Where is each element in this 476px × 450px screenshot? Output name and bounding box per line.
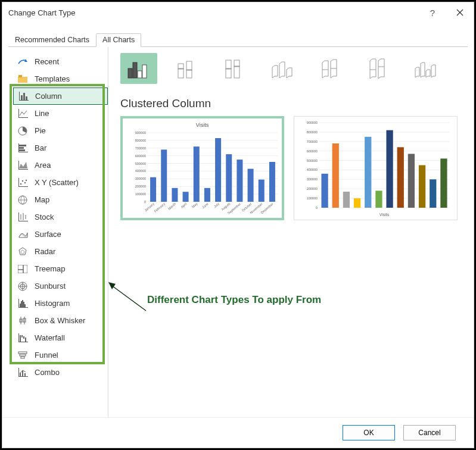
- sidebar-item-stock[interactable]: Stock: [13, 208, 108, 226]
- svg-text:May: May: [191, 202, 198, 208]
- sidebar-item-waterfall[interactable]: Waterfall: [13, 329, 108, 346]
- sidebar-item-label: Sunburst: [35, 282, 66, 290]
- preview1-chart-icon: 0100000200000300000400000500000600000700…: [126, 130, 280, 218]
- svg-rect-51: [23, 302, 24, 307]
- preview-chart-2[interactable]: 0100000200000300000400000500000600000700…: [294, 116, 458, 220]
- map-icon: [17, 194, 29, 206]
- svg-text:500000: 500000: [135, 162, 146, 165]
- preview2-chart-icon: 0100000200000300000400000500000600000700…: [298, 120, 452, 218]
- subtype-3d-clustered-column[interactable]: [263, 53, 300, 84]
- close-button[interactable]: [446, 2, 474, 23]
- svg-text:400000: 400000: [307, 168, 318, 171]
- svg-rect-152: [332, 143, 339, 208]
- cancel-button[interactable]: Cancel: [403, 425, 456, 440]
- sidebar-item-treemap[interactable]: Treemap: [13, 260, 108, 277]
- svg-text:700000: 700000: [307, 140, 318, 143]
- sidebar-item-label: Box & Whisker: [35, 316, 85, 325]
- subtype-thumbs: [120, 53, 462, 84]
- svg-text:600000: 600000: [307, 149, 318, 153]
- footer: OK Cancel: [2, 417, 474, 448]
- sidebar-item-area[interactable]: Area: [13, 157, 108, 174]
- svg-text:June: June: [201, 202, 209, 209]
- svg-rect-15: [18, 143, 19, 152]
- svg-rect-119: [215, 138, 221, 202]
- svg-rect-69: [22, 371, 23, 376]
- svg-text:Visits: Visits: [379, 212, 390, 217]
- svg-rect-39: [18, 265, 23, 270]
- svg-rect-155: [365, 137, 371, 208]
- svg-rect-6: [18, 75, 22, 77]
- sidebar-item-histogram[interactable]: Histogram: [13, 295, 108, 312]
- svg-text:200000: 200000: [307, 187, 318, 190]
- bar-icon: [17, 142, 29, 154]
- sunburst-icon: [17, 280, 29, 292]
- sidebar-item-recent[interactable]: Recent: [13, 53, 108, 70]
- sidebar-item-label: X Y (Scatter): [35, 178, 79, 187]
- svg-rect-156: [375, 190, 382, 208]
- subtype-100-stacked-column[interactable]: [216, 53, 253, 84]
- histogram-icon: [17, 298, 29, 310]
- column-icon: [17, 90, 29, 102]
- subtype-3d-100-stacked-column[interactable]: [359, 53, 396, 84]
- close-icon: [456, 9, 463, 16]
- combo-icon: [17, 367, 29, 379]
- svg-rect-59: [20, 335, 21, 342]
- svg-rect-13: [18, 117, 28, 118]
- funnel-icon: [17, 349, 29, 361]
- tab-all-charts[interactable]: All Charts: [96, 33, 141, 47]
- svg-rect-52: [24, 304, 26, 307]
- svg-rect-161: [430, 179, 436, 208]
- subtype-stacked-column[interactable]: [168, 53, 205, 84]
- sidebar-item-combo[interactable]: Combo: [13, 364, 108, 381]
- sidebar-item-radar[interactable]: Radar: [13, 243, 108, 260]
- sidebar-item-pie[interactable]: Pie: [13, 122, 108, 139]
- sidebar-item-scatter[interactable]: X Y (Scatter): [13, 174, 108, 191]
- tab-recommended[interactable]: Recommended Charts: [8, 33, 96, 47]
- svg-point-26: [21, 180, 23, 182]
- svg-rect-151: [321, 174, 328, 208]
- preview-chart-1[interactable]: Visits 010000020000030000040000050000060…: [120, 116, 284, 220]
- sidebar-item-label: Funnel: [35, 351, 58, 360]
- svg-rect-48: [20, 304, 21, 307]
- sidebar-item-sunburst[interactable]: Sunburst: [13, 277, 108, 295]
- svg-rect-58: [18, 342, 28, 342]
- pie-icon: [17, 125, 29, 137]
- tab-strip: Recommended Charts All Charts: [8, 33, 468, 47]
- sidebar-item-surface[interactable]: Surface: [13, 226, 108, 243]
- svg-rect-115: [194, 146, 200, 202]
- sidebar-item-boxwhisker[interactable]: Box & Whisker: [13, 312, 108, 329]
- svg-rect-24: [18, 186, 28, 187]
- sidebar-item-label: Map: [35, 195, 49, 204]
- svg-rect-129: [269, 162, 275, 202]
- svg-rect-40: [23, 265, 27, 273]
- svg-rect-8: [19, 100, 29, 101]
- svg-rect-154: [354, 198, 360, 208]
- svg-text:500000: 500000: [307, 159, 318, 162]
- help-button[interactable]: ?: [419, 2, 446, 23]
- subtype-3d-stacked-column[interactable]: [311, 53, 348, 84]
- svg-marker-22: [19, 162, 27, 168]
- svg-rect-66: [18, 368, 19, 377]
- svg-rect-18: [19, 147, 24, 149]
- svg-text:700000: 700000: [135, 146, 146, 150]
- sidebar-item-line[interactable]: Line: [13, 105, 108, 122]
- svg-text:July: July: [213, 202, 220, 208]
- svg-point-28: [25, 180, 26, 181]
- svg-rect-20: [18, 161, 19, 170]
- preview1-title: Visits: [126, 122, 278, 128]
- sidebar-item-label: Area: [35, 161, 51, 170]
- sidebar-item-funnel[interactable]: Funnel: [13, 346, 108, 364]
- sidebar-item-bar[interactable]: Bar: [13, 139, 108, 157]
- svg-text:February: February: [153, 202, 166, 213]
- sidebar-item-map[interactable]: Map: [13, 191, 108, 208]
- subtype-clustered-column[interactable]: [120, 53, 157, 84]
- sidebar-item-column[interactable]: Column: [13, 88, 108, 105]
- svg-rect-121: [226, 154, 232, 202]
- sidebar-item-templates[interactable]: Templates: [13, 70, 108, 88]
- sidebar-item-label: Surface: [35, 230, 61, 239]
- ok-button[interactable]: OK: [343, 425, 395, 440]
- recent-icon: [17, 56, 29, 68]
- subtype-3d-column[interactable]: [406, 53, 443, 84]
- svg-text:400000: 400000: [135, 169, 146, 173]
- svg-text:100000: 100000: [135, 192, 146, 196]
